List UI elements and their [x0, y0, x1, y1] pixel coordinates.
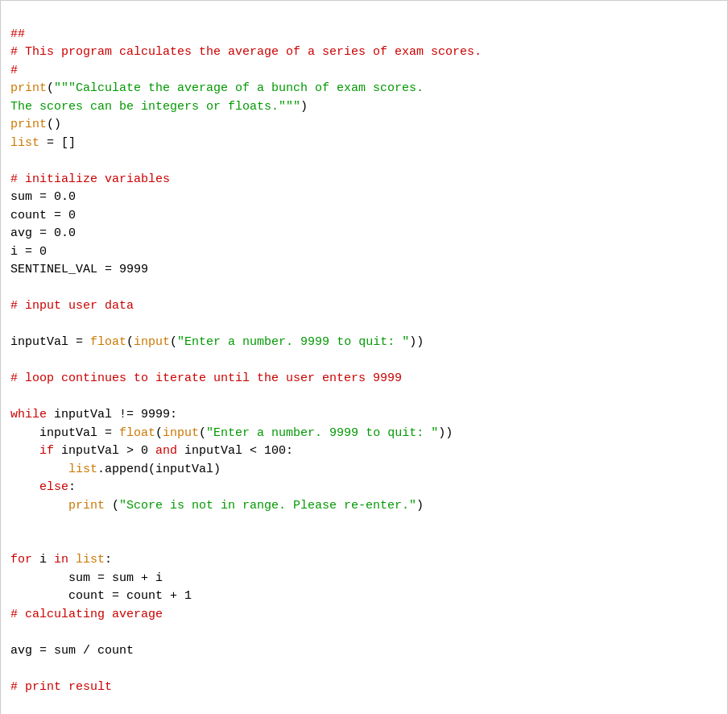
- line-30: sum = sum + i: [10, 571, 163, 585]
- line-7-list: list: [10, 136, 39, 150]
- line-12: avg = 0.0: [10, 226, 76, 240]
- line-2: # This program calculates the average of…: [10, 45, 482, 59]
- line-9-comment: # initialize variables: [10, 172, 170, 186]
- line-6-print: print: [10, 118, 47, 131]
- line-27-indent: [10, 499, 68, 513]
- line-4-paren: (: [47, 81, 54, 95]
- line-25-indent: [10, 463, 68, 476]
- line-18-float: float: [90, 335, 126, 349]
- line-23-float: float: [119, 426, 155, 440]
- line-27-close: ): [416, 499, 424, 513]
- line-27-paren: (: [112, 499, 119, 513]
- line-3: #: [10, 64, 18, 77]
- line-26-else: else: [39, 480, 68, 494]
- line-20-comment: # loop continues to iterate until the us…: [10, 372, 402, 385]
- line-18-paren: (: [126, 335, 134, 349]
- line-16-comment: # input user data: [10, 299, 134, 313]
- line-5-paren: ): [300, 100, 308, 114]
- line-4-str: """Calculate the average of a bunch of e…: [54, 81, 424, 95]
- line-24-cond2: inputVal < 100:: [177, 444, 293, 458]
- line-23-close: )): [438, 426, 453, 440]
- line-25-list: list: [68, 463, 97, 476]
- line-11: count = 0: [10, 209, 76, 222]
- line-18-paren2: (: [170, 335, 177, 349]
- line-18-str: "Enter a number. 9999 to quit: ": [177, 335, 409, 349]
- line-32-comment: # calculating average: [10, 608, 163, 621]
- line-27-print: print: [68, 499, 112, 513]
- line-14: SENTINEL_VAL = 9999: [10, 263, 148, 276]
- line-27-str: "Score is not in range. Please re-enter.…: [119, 499, 416, 513]
- line-24-indent: [10, 444, 39, 458]
- line-29-iter: i: [32, 553, 54, 567]
- line-26-indent: [10, 480, 39, 494]
- line-5-str: The scores can be integers or floats.""": [10, 100, 300, 114]
- line-7-assign: = []: [39, 136, 76, 150]
- line-18-input: input: [134, 335, 170, 349]
- line-22-cond: inputVal != 9999:: [47, 408, 177, 421]
- line-31: count = count + 1: [10, 589, 192, 603]
- line-29-in: in: [54, 553, 68, 567]
- line-29-list: [68, 553, 76, 567]
- line-6-parens: (): [47, 118, 61, 131]
- line-24-and: and: [155, 444, 177, 458]
- line-23-input: input: [163, 426, 199, 440]
- line-24-cond1: inputVal > 0: [54, 444, 155, 458]
- line-18-close: )): [409, 335, 424, 349]
- code-block: ## # This program calculates the average…: [10, 7, 718, 714]
- line-29-colon: :: [105, 553, 112, 567]
- line-24-if: if: [39, 444, 54, 458]
- line-4-print: print: [10, 81, 47, 95]
- line-18-inputval: inputVal =: [10, 335, 90, 349]
- line-10: sum = 0.0: [10, 190, 76, 204]
- line-23-paren2: (: [199, 426, 206, 440]
- line-22-while: while: [10, 408, 47, 421]
- line-23-indent: inputVal =: [10, 426, 119, 440]
- line-25-append: .append(inputVal): [97, 463, 221, 476]
- line-29-listname: list: [76, 553, 105, 567]
- line-26-colon: :: [68, 480, 76, 494]
- line-1: ##: [10, 27, 25, 41]
- code-container: ## # This program calculates the average…: [0, 0, 728, 714]
- line-29-for: for: [10, 553, 32, 567]
- line-23-str: "Enter a number. 9999 to quit: ": [206, 426, 438, 440]
- line-36-comment: # print result: [10, 680, 112, 694]
- line-13: i = 0: [10, 245, 47, 259]
- line-34: avg = sum / count: [10, 644, 134, 658]
- line-23-paren: (: [155, 426, 163, 440]
